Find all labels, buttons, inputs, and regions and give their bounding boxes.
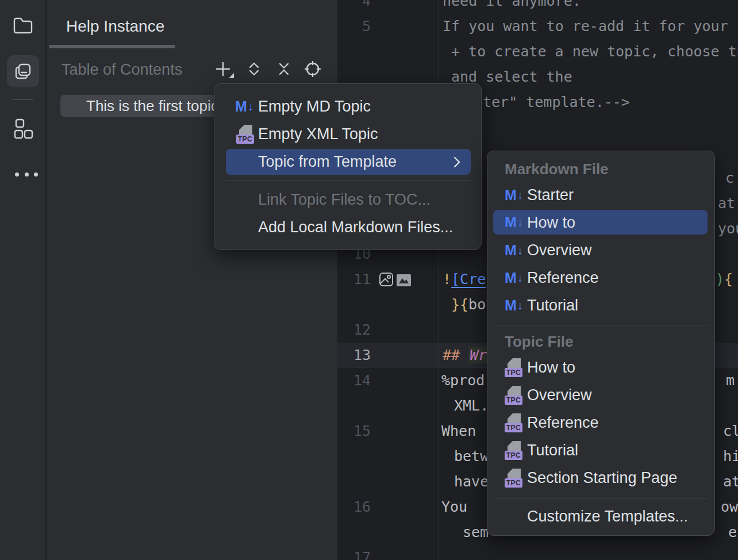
markdown-file-icon: M↓ (505, 237, 528, 263)
submenu-item-section-starting-page[interactable]: Section Starting Page (527, 465, 677, 490)
code-text: have (454, 469, 489, 494)
menu-item-add-local-markdown[interactable]: Add Local Markdown Files... (258, 214, 453, 240)
menu-item-topic-from-template[interactable]: Topic from Template (226, 149, 471, 175)
menu-separator (494, 498, 709, 498)
topic-from-template-submenu: Markdown File M↓ Starter M↓ How to M↓ Ov… (487, 151, 715, 536)
line-number: 17 (337, 545, 371, 560)
structure-icon[interactable] (14, 118, 33, 141)
markdown-file-icon: M↓ (505, 265, 528, 290)
code-text: e (728, 520, 737, 545)
submenu-item-reference-topic[interactable]: Reference (527, 410, 599, 435)
help-instance-tool-button[interactable] (7, 55, 39, 87)
md-link: [Cre (451, 271, 486, 287)
markdown-file-icon: M↓ (235, 94, 258, 119)
code-text: XML. (454, 393, 489, 419)
code-line-11-end: ){ (716, 267, 733, 292)
code-text: %prod (441, 368, 485, 393)
locate-button[interactable] (305, 61, 321, 77)
expand-all-button[interactable] (246, 61, 262, 77)
menu-item-empty-xml-topic[interactable]: Empty XML Topic (258, 121, 378, 147)
folder-icon[interactable] (13, 16, 33, 34)
code-text: his (723, 444, 738, 469)
paren: ) (716, 271, 724, 287)
submenu-item-how-to-topic[interactable]: How to (527, 355, 575, 380)
submenu-arrow-icon (453, 156, 460, 168)
submenu-item-reference-md[interactable]: Reference (527, 265, 599, 290)
code-text: ow (721, 494, 738, 520)
line-number: 14 (337, 368, 371, 393)
toc-item-label: This is the first topic (86, 95, 218, 117)
code-text: + to create a new topic, choose th (451, 39, 738, 64)
stripe-divider (13, 99, 33, 100)
ide-window: 4 5 10 11 12 13 14 15 16 17 need it anym… (0, 0, 738, 560)
submenu-item-tutorial-topic[interactable]: Tutorial (527, 438, 578, 463)
tool-window-tab[interactable]: Help Instance (66, 15, 164, 38)
line-number: 16 (337, 494, 371, 520)
collapse-all-button[interactable] (276, 61, 292, 77)
brace: { (724, 271, 733, 287)
markdown-file-icon: M↓ (505, 210, 528, 235)
line-number: 5 (337, 14, 371, 39)
menu-separator (226, 181, 471, 181)
md-heading-text: Wr (468, 347, 488, 363)
submenu-section-header: Topic File (505, 329, 573, 354)
submenu-item-overview-topic[interactable]: Overview (527, 382, 592, 408)
editor-copies-icon (14, 62, 32, 80)
tab-underline (49, 45, 175, 48)
submenu-item-overview-md[interactable]: Overview (527, 237, 592, 263)
submenu-item-customize-templates[interactable]: Customize Templates... (527, 504, 688, 529)
topic-file-icon: TPC (505, 386, 522, 405)
topic-file-icon: TPC (505, 413, 522, 432)
markdown-file-icon: M↓ (505, 182, 528, 208)
code-text: at (718, 191, 735, 216)
code-text: When (441, 419, 476, 444)
tool-window-stripe (0, 0, 46, 560)
code-text: you (718, 216, 738, 241)
submenu-item-label: How to (527, 210, 575, 235)
more-icon[interactable] (15, 172, 38, 177)
submenu-item-starter[interactable]: Starter (527, 182, 574, 208)
code-text: sem (463, 520, 489, 545)
code-text: c (725, 166, 734, 191)
submenu-section-header: Markdown File (505, 156, 609, 182)
code-line-13: ## Wr (443, 343, 488, 368)
line-number: 4 (337, 0, 371, 14)
code-text: m (726, 368, 735, 393)
add-dropdown-arrow-icon (229, 73, 234, 78)
line-number: 15 (337, 419, 371, 444)
image-preview-outline-icon[interactable] (379, 272, 394, 287)
menu-item-link-topic-files: Link Topic Files to TOC... (258, 187, 430, 212)
md-heading-hash: ## (443, 347, 460, 363)
topic-file-icon: TPC (505, 469, 522, 488)
topic-file-icon: TPC (505, 358, 522, 377)
topic-file-icon: TPC (236, 125, 254, 144)
submenu-item-how-to-selected[interactable]: M↓ How to (493, 210, 708, 235)
line-number-current: 13 (337, 343, 371, 368)
markdown-file-icon: M↓ (505, 293, 528, 318)
code-text: ter" template.--> (483, 90, 630, 115)
code-line-11-wrap: }{bo (451, 292, 486, 317)
image-preview-filled-icon[interactable] (397, 274, 411, 286)
add-topic-menu: M↓ Empty MD Topic TPC Empty XML Topic To… (214, 83, 482, 250)
code-text: betw (454, 444, 489, 469)
code-line-11: ![Cre (443, 267, 486, 292)
toc-panel-title: Table of Contents (62, 59, 182, 80)
menu-separator (494, 325, 709, 325)
code-text: If you want to re-add it for your (443, 14, 728, 39)
menu-item-label: Topic from Template (258, 149, 397, 174)
word: bo (468, 296, 486, 313)
code-text: You (441, 494, 467, 520)
braces: }{ (451, 296, 468, 313)
line-number: 12 (337, 317, 371, 343)
code-text: cl (723, 419, 738, 444)
code-text: need it anymore. (443, 0, 581, 14)
topic-file-icon: TPC (505, 441, 522, 460)
md-image-bang: ! (443, 271, 451, 287)
menu-item-empty-md-topic[interactable]: Empty MD Topic (258, 94, 371, 119)
submenu-item-tutorial-md[interactable]: Tutorial (527, 293, 578, 318)
line-number: 11 (337, 267, 371, 292)
code-text: at (723, 469, 738, 494)
